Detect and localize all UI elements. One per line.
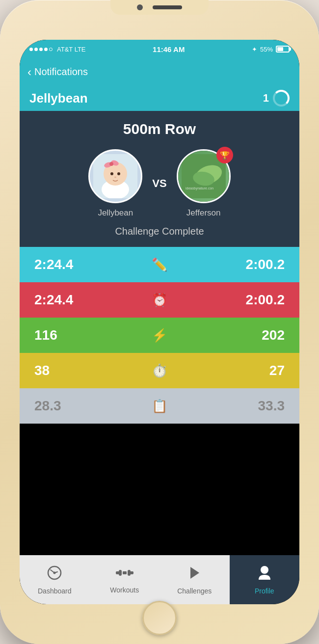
- player2-name: Jefferson: [186, 208, 221, 218]
- back-label: Notifications: [34, 66, 88, 78]
- profile-icon: [258, 565, 271, 584]
- signal-dot-4: [44, 48, 48, 51]
- challenge-area: 500m Row: [20, 111, 299, 247]
- stat-left-2: 116: [34, 327, 88, 343]
- challenge-status: Challenge Complete: [29, 226, 290, 237]
- svg-rect-19: [130, 571, 133, 574]
- stat-left-3: 38: [34, 363, 88, 378]
- tab-profile[interactable]: Profile: [230, 555, 300, 604]
- stat-right-3: 27: [231, 363, 285, 378]
- signal-dots: [29, 48, 53, 51]
- signal-dot-3: [39, 48, 43, 51]
- svg-point-20: [261, 566, 268, 574]
- dashboard-label: Dashboard: [38, 587, 72, 595]
- player1-name: Jellybean: [98, 208, 133, 218]
- tab-bar: Dashboard Wor: [20, 555, 299, 604]
- dashboard-icon: [47, 565, 62, 584]
- svg-point-5: [109, 162, 113, 166]
- clipboard-icon: 📋: [152, 399, 167, 414]
- status-right: ✦ 55%: [252, 46, 290, 53]
- battery-fill: [277, 47, 283, 51]
- battery-pct: 55%: [260, 46, 273, 53]
- svg-text:ideasbynature.con: ideasbynature.con: [186, 187, 213, 190]
- challenges-label: Challenges: [177, 587, 212, 595]
- workouts-label: Workouts: [110, 586, 139, 594]
- profile-label: Profile: [255, 587, 274, 595]
- stat-row-2: 116 ⚡ 202: [20, 318, 299, 353]
- carrier-label: AT&T LTE: [57, 46, 86, 53]
- phone-frame: AT&T LTE 11:46 AM ✦ 55% ‹ Notifications: [0, 0, 319, 644]
- battery-icon: [276, 46, 290, 53]
- stat-right-2: 202: [231, 327, 285, 343]
- timer-icon: ⏱️: [152, 363, 167, 378]
- svg-point-8: [114, 177, 116, 178]
- player1-column: Jellybean: [88, 149, 142, 218]
- nav-bar: ‹ Notifications: [20, 58, 299, 85]
- status-bar: AT&T LTE 11:46 AM ✦ 55%: [20, 40, 299, 58]
- header-right: 1: [263, 90, 290, 107]
- svg-rect-15: [123, 571, 127, 574]
- signal-dot-1: [29, 48, 33, 51]
- camera: [137, 4, 143, 10]
- tab-workouts[interactable]: Workouts: [90, 555, 160, 604]
- page-header: Jellybean 1: [20, 85, 299, 111]
- stat-row-4: 28.3 📋 33.3: [20, 388, 299, 424]
- tab-dashboard[interactable]: Dashboard: [20, 555, 90, 604]
- status-left: AT&T LTE: [29, 46, 86, 53]
- back-button[interactable]: ‹ Notifications: [27, 66, 88, 78]
- signal-dot-2: [34, 48, 38, 51]
- notification-badge: 1: [263, 92, 269, 105]
- vs-label: VS: [152, 177, 166, 190]
- trophy-badge: 🏆: [216, 147, 233, 163]
- page-title: Jellybean: [29, 91, 88, 106]
- player2-column: ideasbynature.con 🏆 Jefferson: [177, 149, 231, 218]
- challenges-icon: [186, 565, 202, 584]
- workouts-icon: [116, 566, 133, 583]
- alarm-icon: ⏰: [152, 293, 167, 308]
- stats-section: 2:24.4 ✏️ 2:00.2 2:24.4 ⏰ 2:00.2 116 ⚡: [20, 247, 299, 555]
- phone-notch: [110, 0, 209, 15]
- stat-left-1: 2:24.4: [34, 292, 88, 308]
- signal-dot-5: [49, 48, 53, 51]
- vs-row: Jellybean VS: [29, 149, 290, 218]
- stat-row-1: 2:24.4 ⏰ 2:00.2: [20, 282, 299, 318]
- pencil-icon: ✏️: [152, 257, 167, 272]
- player1-avatar: [88, 149, 142, 203]
- stat-left-0: 2:24.4: [34, 257, 88, 272]
- svg-rect-18: [116, 571, 119, 574]
- stat-left-4: 28.3: [34, 398, 88, 414]
- stat-row-0: 2:24.4 ✏️ 2:00.2: [20, 247, 299, 282]
- baby-avatar-svg: [93, 154, 137, 198]
- stat-right-0: 2:00.2: [231, 257, 285, 272]
- time-display: 11:46 AM: [153, 45, 185, 54]
- workout-name: 500m Row: [29, 121, 290, 137]
- speaker: [153, 5, 182, 9]
- bluetooth-icon: ✦: [252, 46, 257, 53]
- player2-avatar-wrap: ideasbynature.con 🏆: [177, 149, 231, 203]
- home-button[interactable]: [142, 601, 177, 635]
- svg-point-6: [110, 172, 113, 175]
- screen-content: AT&T LTE 11:46 AM ✦ 55% ‹ Notifications: [20, 40, 299, 604]
- loading-indicator: [273, 90, 290, 107]
- stat-right-4: 33.3: [231, 398, 285, 414]
- stat-right-1: 2:00.2: [231, 292, 285, 308]
- player1-avatar-wrap: [88, 149, 142, 203]
- bolt-icon: ⚡: [152, 328, 167, 343]
- tab-challenges[interactable]: Challenges: [160, 555, 230, 604]
- stat-row-3: 38 ⏱️ 27: [20, 353, 299, 388]
- main-content: 500m Row: [20, 111, 299, 604]
- svg-point-7: [117, 172, 120, 175]
- chevron-left-icon: ‹: [27, 66, 31, 78]
- phone-screen: AT&T LTE 11:46 AM ✦ 55% ‹ Notifications: [20, 40, 299, 604]
